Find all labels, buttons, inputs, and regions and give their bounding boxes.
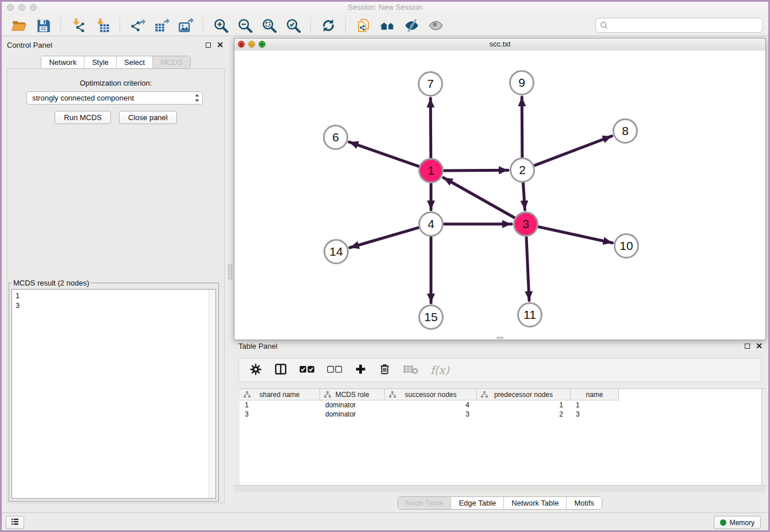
close-panel-button[interactable]: Close panel	[119, 111, 177, 124]
close-view-icon[interactable]: x	[238, 41, 245, 48]
column-header-mcds-role[interactable]: MCDS role	[320, 389, 385, 400]
graph-node-11[interactable]: 11	[517, 302, 542, 327]
tab-edge-table[interactable]: Edge Table	[451, 497, 504, 509]
hide-selected-icon	[404, 18, 419, 33]
delete-column-button[interactable]	[379, 363, 391, 377]
graph-edge-3-1[interactable]	[444, 178, 514, 217]
tab-network-table[interactable]: Network Table	[504, 497, 567, 509]
mcds-result-list[interactable]: 1 3	[11, 289, 216, 499]
control-panel-tabs: NetworkStyleSelectMCDS	[5, 56, 227, 69]
close-table-panel-icon[interactable]: ✕	[756, 342, 763, 349]
column-header-name[interactable]: name	[571, 389, 619, 400]
graph-node-6[interactable]: 6	[323, 125, 348, 150]
column-header-shared-name[interactable]: shared name	[240, 389, 320, 400]
tab-style[interactable]: Style	[84, 56, 117, 68]
table-settings-button[interactable]	[249, 363, 262, 377]
show-all-icon	[428, 18, 444, 33]
unselect-all-button[interactable]	[327, 365, 342, 375]
duplicate-network-button[interactable]	[353, 16, 373, 34]
log-console-button[interactable]	[6, 516, 24, 529]
task-list-icon	[10, 516, 20, 529]
graph-edge-4-14[interactable]	[350, 228, 418, 248]
table-row[interactable]: 1dominator411	[240, 400, 766, 410]
add-column-button[interactable]	[355, 363, 367, 377]
table-panel-title: Table Panel	[238, 342, 278, 350]
cell-mcds-role: dominator	[320, 400, 385, 410]
control-panel-title: Control Panel	[7, 41, 52, 49]
save-session-button[interactable]	[33, 16, 53, 34]
refresh-button[interactable]	[318, 16, 338, 34]
float-panel-icon[interactable]	[206, 43, 211, 48]
control-panel-header: Control Panel ✕	[5, 39, 227, 52]
memory-label: Memory	[730, 519, 754, 527]
graph-edge-1-7[interactable]	[430, 98, 431, 157]
hide-selected-button[interactable]	[402, 16, 421, 34]
maximize-view-icon[interactable]: +	[259, 41, 265, 48]
network-resize-handle[interactable]	[496, 337, 503, 339]
open-file-button[interactable]	[9, 16, 29, 34]
column-header-predecessor-nodes[interactable]: predecessor nodes	[477, 389, 571, 400]
show-column-panel-button[interactable]	[274, 363, 287, 377]
tab-select[interactable]: Select	[117, 56, 153, 68]
search-box[interactable]	[595, 18, 763, 33]
network-window-titlebar[interactable]: x - + scc.txt	[234, 38, 765, 51]
graph-node-9[interactable]: 9	[509, 70, 534, 95]
graph-edge-1-6[interactable]	[349, 142, 419, 166]
import-table-button[interactable]	[93, 16, 112, 34]
graph-node-15[interactable]: 15	[418, 304, 444, 330]
graph-node-7[interactable]: 7	[418, 71, 443, 97]
export-image-button[interactable]	[176, 16, 195, 34]
float-table-panel-icon[interactable]	[745, 344, 750, 349]
minimize-view-icon[interactable]: -	[248, 41, 255, 48]
toolbar-separator	[345, 17, 346, 33]
show-all-button[interactable]	[426, 16, 445, 34]
table-row[interactable]: 3dominator323	[240, 410, 766, 419]
column-header-successor-nodes[interactable]: successor nodes	[385, 389, 477, 400]
cell-shared-name: 3	[240, 410, 320, 419]
zoom-in-button[interactable]	[211, 16, 230, 34]
import-network-button[interactable]	[68, 16, 88, 34]
graph-node-14[interactable]: 14	[324, 239, 349, 264]
criterion-selected-value: strongly connected component	[32, 94, 134, 102]
graph-node-8[interactable]: 8	[613, 118, 638, 144]
export-network-button[interactable]	[128, 16, 147, 34]
tab-motifs[interactable]: Motifs	[567, 497, 602, 509]
graph-edge-3-11[interactable]	[526, 237, 529, 300]
graph-edge-3-10[interactable]	[539, 227, 613, 243]
zoom-selected-button[interactable]	[283, 16, 303, 34]
criterion-dropdown[interactable]: strongly connected component	[26, 91, 203, 105]
graph-edge-1-2[interactable]	[444, 170, 508, 171]
import-table-icon	[95, 18, 110, 33]
zoom-fit-button[interactable]	[259, 16, 279, 34]
graph-node-10[interactable]: 10	[614, 233, 639, 259]
table-scrollbar[interactable]	[761, 389, 766, 485]
function-builder-button[interactable]: f(x)	[430, 364, 449, 376]
delete-table-button[interactable]	[403, 364, 418, 376]
tab-node-table[interactable]: Node Table	[398, 497, 452, 509]
network-canvas[interactable]: 7968124314101511	[234, 51, 765, 340]
graph-node-2[interactable]: 2	[510, 157, 535, 183]
graph-node-1[interactable]: 1	[418, 158, 444, 183]
panel-splitter-handle[interactable]	[228, 264, 232, 279]
network-view-window: x - + scc.txt 7968124314101511	[234, 38, 766, 340]
graph-edge-2-3[interactable]	[523, 183, 525, 210]
export-table-button[interactable]	[152, 16, 171, 34]
select-all-button[interactable]	[299, 365, 315, 375]
graph-edge-2-9[interactable]	[522, 97, 522, 157]
run-mcds-button[interactable]: Run MCDS	[55, 111, 111, 124]
graph-node-4[interactable]: 4	[418, 211, 444, 237]
graph-node-3[interactable]: 3	[513, 211, 538, 237]
tab-network[interactable]: Network	[41, 56, 84, 68]
memory-button[interactable]: Memory	[714, 516, 761, 529]
export-network-icon	[130, 18, 145, 33]
close-panel-icon[interactable]: ✕	[217, 41, 224, 48]
zoom-out-button[interactable]	[235, 16, 255, 34]
graph-edge-2-8[interactable]	[535, 136, 612, 165]
dropdown-stepper-icon	[194, 93, 200, 103]
tab-mcds[interactable]: MCDS	[153, 56, 190, 68]
first-neighbors-button[interactable]	[378, 16, 397, 34]
toolbar-separator	[203, 17, 203, 33]
zoom-out-icon	[237, 18, 253, 33]
search-input[interactable]	[609, 21, 759, 30]
result-scrollbar[interactable]	[209, 290, 215, 498]
